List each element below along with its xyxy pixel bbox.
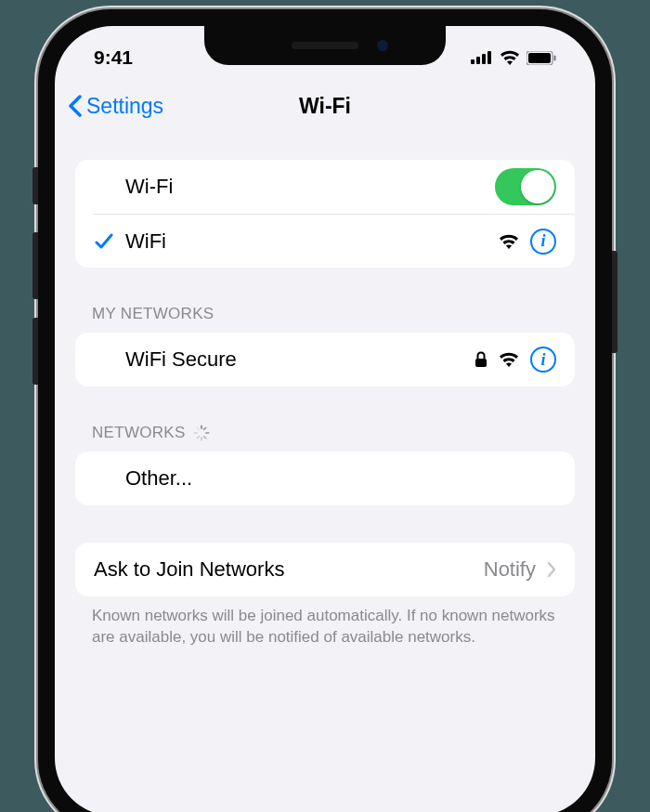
- svg-line-15: [197, 427, 199, 429]
- wifi-signal-icon: [499, 352, 519, 367]
- front-camera: [377, 40, 388, 51]
- info-button[interactable]: i: [530, 347, 556, 373]
- power-button: [612, 251, 618, 353]
- mute-switch: [32, 167, 38, 204]
- svg-rect-1: [476, 57, 480, 64]
- wifi-toggle[interactable]: [495, 168, 556, 205]
- back-button[interactable]: Settings: [68, 94, 163, 119]
- speaker: [292, 42, 358, 49]
- lock-icon: [474, 351, 488, 368]
- cellular-icon: [471, 51, 493, 64]
- svg-rect-5: [528, 53, 551, 63]
- ask-to-join-footer: Known networks will be joined automatica…: [75, 596, 575, 648]
- volume-up: [32, 232, 38, 299]
- page-title: Wi-Fi: [299, 94, 351, 119]
- wifi-toggle-row[interactable]: Wi-Fi: [75, 160, 575, 214]
- battery-icon: [526, 51, 556, 65]
- connected-network-row[interactable]: WiFi i: [94, 214, 575, 268]
- wifi-icon: [500, 50, 520, 65]
- ask-to-join-label: Ask to Join Networks: [94, 557, 484, 582]
- svg-rect-0: [471, 59, 474, 64]
- chevron-right-icon: [547, 561, 556, 578]
- networks-header: Networks: [75, 424, 575, 452]
- navigation-bar: Settings Wi-Fi: [55, 80, 595, 132]
- wifi-toggle-card: Wi-Fi WiFi i: [75, 160, 575, 268]
- my-networks-header: My Networks: [75, 305, 575, 333]
- my-networks-card: WiFi Secure i: [75, 333, 575, 386]
- wifi-signal-icon: [499, 234, 519, 249]
- svg-line-13: [197, 437, 199, 439]
- svg-rect-6: [554, 55, 556, 60]
- other-label: Other...: [125, 466, 556, 491]
- svg-rect-2: [482, 54, 486, 64]
- notch: [204, 26, 446, 65]
- wifi-toggle-label: Wi-Fi: [125, 175, 495, 199]
- info-button[interactable]: i: [530, 229, 556, 255]
- saved-network-row[interactable]: WiFi Secure i: [75, 333, 575, 386]
- ask-to-join-row[interactable]: Ask to Join Networks Notify: [75, 543, 575, 596]
- svg-line-11: [203, 437, 205, 439]
- status-time: 9:41: [94, 46, 133, 69]
- checkmark-icon: [94, 231, 114, 252]
- volume-down: [32, 318, 38, 385]
- svg-rect-3: [488, 51, 491, 64]
- networks-header-text: Networks: [92, 424, 186, 442]
- chevron-left-icon: [68, 95, 83, 117]
- svg-rect-7: [475, 359, 487, 367]
- saved-network-name: WiFi Secure: [125, 347, 474, 372]
- networks-card: Other...: [75, 452, 575, 505]
- connected-network-name: WiFi: [125, 229, 499, 254]
- status-icons: [471, 50, 556, 65]
- other-network-row[interactable]: Other...: [75, 452, 575, 505]
- ask-to-join-card: Ask to Join Networks Notify: [75, 543, 575, 596]
- svg-line-9: [203, 427, 205, 429]
- back-label: Settings: [86, 94, 163, 119]
- phone-frame: 9:41 Settings Wi-Fi Wi-Fi: [38, 9, 612, 812]
- screen: 9:41 Settings Wi-Fi Wi-Fi: [55, 26, 595, 812]
- ask-to-join-value: Notify: [484, 557, 536, 582]
- spinner-icon: [193, 425, 210, 441]
